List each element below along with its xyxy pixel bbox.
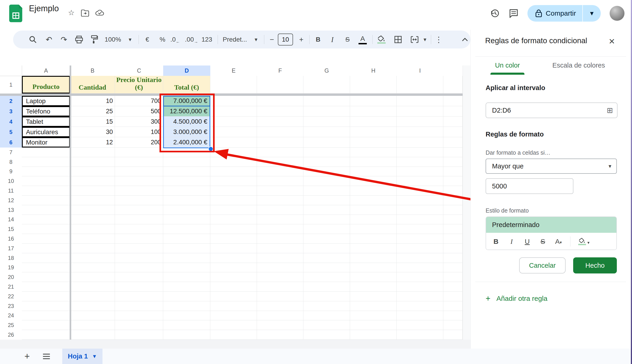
cell-empty[interactable] <box>115 330 163 340</box>
cell-empty[interactable] <box>163 176 210 186</box>
cell-empty[interactable] <box>210 330 257 340</box>
decrease-font-size-button[interactable]: − <box>267 30 276 48</box>
cell-empty[interactable] <box>163 320 210 330</box>
cell-total[interactable]: 12.500,000 € <box>163 106 210 116</box>
cell-empty[interactable] <box>350 234 397 244</box>
cell-empty[interactable] <box>397 106 443 116</box>
cell-empty[interactable] <box>350 127 397 137</box>
cell-empty[interactable] <box>350 176 397 186</box>
row-header-10[interactable]: 10 <box>0 176 22 186</box>
cell-empty[interactable] <box>303 234 350 244</box>
cell-empty[interactable] <box>115 176 163 186</box>
style-fill-color-button[interactable]: ▾ <box>578 238 590 245</box>
cell-empty[interactable] <box>257 272 303 282</box>
cell-total[interactable]: 3.000,000 € <box>163 127 210 137</box>
cell-empty[interactable] <box>70 196 115 205</box>
cell-empty[interactable] <box>443 127 462 137</box>
cell-empty[interactable] <box>115 157 163 167</box>
column-header-D[interactable]: D <box>163 66 210 76</box>
add-sheet-button[interactable]: + <box>20 348 34 364</box>
cell-empty[interactable] <box>210 96 257 106</box>
cell-empty[interactable] <box>115 320 163 330</box>
row-header-9[interactable]: 9 <box>0 167 22 177</box>
cell-empty[interactable] <box>70 157 115 167</box>
cell-empty[interactable] <box>70 292 115 301</box>
cell-empty[interactable] <box>22 244 70 253</box>
cell-empty[interactable] <box>70 301 115 311</box>
all-sheets-icon[interactable] <box>40 348 53 364</box>
increase-font-size-button[interactable]: + <box>297 30 306 48</box>
cell-empty[interactable] <box>70 311 115 320</box>
cell-empty[interactable] <box>443 106 462 116</box>
cell-cantidad[interactable]: 30 <box>70 127 115 137</box>
cell-empty[interactable] <box>210 272 257 282</box>
style-underline-button[interactable]: U <box>523 238 531 246</box>
bold-button[interactable]: B <box>313 30 323 48</box>
add-rule-button[interactable]: + Añadir otra regla <box>486 294 548 303</box>
cell-empty[interactable] <box>443 157 462 167</box>
cell-empty[interactable] <box>303 176 350 186</box>
cell-empty[interactable] <box>257 196 303 205</box>
cell-precio[interactable]: 700 <box>115 96 163 106</box>
condition-select[interactable]: Mayor que ▾ <box>486 158 617 174</box>
cell-empty[interactable] <box>70 234 115 244</box>
cell-empty[interactable] <box>397 234 443 244</box>
column-header-G[interactable]: G <box>303 66 350 76</box>
cell-empty[interactable] <box>115 234 163 244</box>
cell-empty[interactable] <box>257 292 303 301</box>
cell-empty[interactable] <box>303 148 350 157</box>
row-header-22[interactable]: 22 <box>0 292 22 302</box>
cell-empty[interactable] <box>397 215 443 224</box>
cell-empty[interactable] <box>210 292 257 301</box>
more-options-icon[interactable]: ⋮ <box>434 30 443 48</box>
row-header-25[interactable]: 25 <box>0 320 22 330</box>
cell-empty[interactable] <box>397 148 443 157</box>
cell-empty[interactable] <box>210 205 257 215</box>
row-header-13[interactable]: 13 <box>0 205 22 215</box>
cell-empty[interactable] <box>163 301 210 311</box>
cell-empty[interactable] <box>210 137 257 148</box>
style-text-color-button[interactable]: A▾ <box>554 238 562 246</box>
cell-empty[interactable] <box>22 176 70 186</box>
cell-empty[interactable] <box>397 137 443 148</box>
cell-empty[interactable] <box>443 330 462 340</box>
cell-empty[interactable] <box>163 224 210 234</box>
cell-empty[interactable] <box>303 272 350 282</box>
cell-empty[interactable] <box>70 253 115 263</box>
column-header-partial[interactable] <box>443 66 463 76</box>
cell-empty[interactable] <box>443 215 462 224</box>
cell-precio[interactable]: 100 <box>115 127 163 137</box>
sheets-logo-icon[interactable] <box>9 4 22 22</box>
cell-cantidad[interactable]: 10 <box>70 96 115 106</box>
cell-empty[interactable] <box>257 116 303 127</box>
cell-empty[interactable] <box>210 148 257 157</box>
cell-producto-Teléfono[interactable]: Teléfono <box>22 106 70 116</box>
cell-empty[interactable] <box>70 215 115 224</box>
cell-empty[interactable] <box>70 263 115 272</box>
cell-empty[interactable] <box>303 167 350 176</box>
cell-empty[interactable] <box>210 301 257 311</box>
cell-empty[interactable] <box>303 224 350 234</box>
cell-empty[interactable] <box>303 320 350 330</box>
cell-empty[interactable] <box>350 186 397 196</box>
merge-caret-icon[interactable]: ▾ <box>422 30 428 48</box>
cell-empty[interactable] <box>443 76 462 94</box>
cell-empty[interactable] <box>70 330 115 340</box>
cell-empty[interactable] <box>397 301 443 311</box>
format-percent-button[interactable]: % <box>158 30 168 48</box>
row-header-18[interactable]: 18 <box>0 253 22 263</box>
cell-empty[interactable] <box>22 272 70 282</box>
cell-empty[interactable] <box>397 292 443 301</box>
cell-empty[interactable] <box>350 116 397 127</box>
cell-empty[interactable] <box>443 253 462 263</box>
cell-empty[interactable] <box>257 167 303 176</box>
cell-empty[interactable] <box>22 330 70 340</box>
cell-empty[interactable] <box>22 311 70 320</box>
more-formats-button[interactable]: 123 <box>201 30 213 48</box>
header-cell-Precio Unitario (€)[interactable]: Precio Unitario (€) <box>115 76 163 94</box>
cell-empty[interactable] <box>115 301 163 311</box>
fill-color-button[interactable] <box>376 30 387 48</box>
cell-empty[interactable] <box>115 253 163 263</box>
font-caret-icon[interactable]: ▾ <box>252 30 260 48</box>
cell-empty[interactable] <box>257 148 303 157</box>
